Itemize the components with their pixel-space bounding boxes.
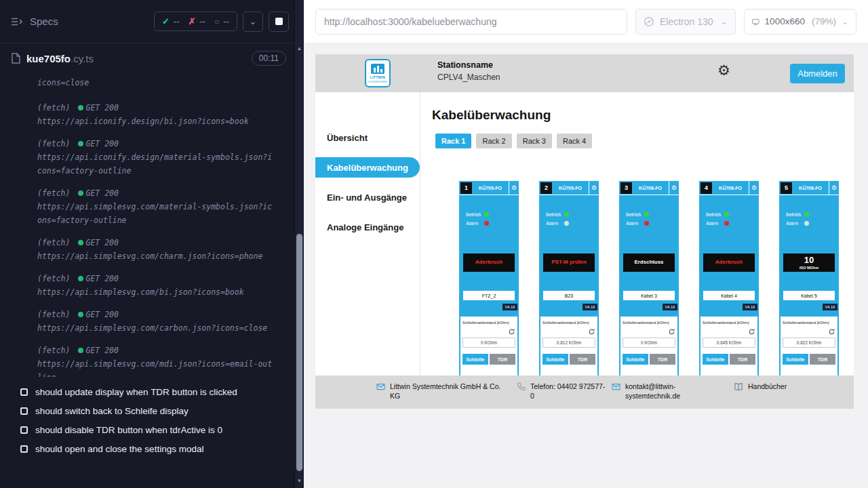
schleife-button[interactable]: Schleife — [542, 354, 568, 365]
footer-manuals[interactable]: Handbücher — [734, 382, 787, 391]
measurement-value: 0.822 KOhm — [783, 338, 835, 348]
stop-tests-button[interactable] — [269, 12, 289, 32]
collapse-sidebar-icon[interactable] — [11, 17, 23, 26]
schleife-button[interactable]: Schleife — [462, 354, 488, 365]
network-log-entry[interactable]: (fetch)GET 200 https://api.simplesvg.com… — [37, 344, 275, 377]
cable-name-field[interactable]: Kabel 4 — [703, 291, 755, 300]
device-card-1: 1 KÜ705-FO ⚙ Betrieb Alarm Aderbruch — [459, 181, 519, 384]
alarm-label: Alarm — [546, 221, 564, 226]
device-cards-row: 1 KÜ705-FO ⚙ Betrieb Alarm Aderbruch — [459, 181, 854, 384]
refresh-icon[interactable] — [588, 328, 595, 336]
device-card-3: 3 KÜ706-FO ⚙ Betrieb Alarm Erdschluss — [619, 181, 679, 384]
sidebar-item-uebersicht[interactable]: Übersicht — [315, 127, 420, 148]
cable-name-field[interactable]: Kabel 3 — [623, 291, 675, 300]
network-log-entry[interactable]: (fetch)GET 200 https://api.iconify.desig… — [37, 101, 275, 128]
littwin-logo: LITTWIN SYSTEMTECHNIK — [365, 59, 391, 87]
refresh-icon[interactable] — [508, 328, 515, 336]
test-item[interactable]: should open and close the settings modal — [0, 439, 294, 458]
reporter-scrollbar[interactable]: ▲ ▼ — [294, 0, 304, 488]
tdr-button[interactable]: TDR — [650, 354, 675, 365]
alarm-led — [804, 221, 809, 226]
schleife-button[interactable]: Schleife — [623, 354, 648, 365]
card-model-label: KÜ705-FO — [472, 186, 509, 190]
refresh-icon[interactable] — [828, 328, 835, 336]
tab-rack-3[interactable]: Rack 3 — [517, 134, 552, 148]
footer-email[interactable]: kontakt@littwin-systemtechnik.de — [612, 382, 734, 401]
betrieb-led — [484, 212, 489, 217]
email-icon — [376, 382, 385, 391]
status-display: PST-M prüfen — [543, 253, 595, 272]
network-log-entry[interactable]: (fetch)GET 200 https://api.simplesvg.com… — [37, 186, 275, 227]
betrieb-label: Betrieb — [786, 212, 804, 217]
network-log-entry[interactable]: (fetch)GET 200 https://api.iconify.desig… — [37, 137, 275, 178]
measurement-value: 0 KOhm — [623, 338, 675, 348]
card-number-badge: 3 — [620, 182, 632, 194]
device-card-5: 5 KÜ706-FO ⚙ Betrieb Alarm 10 — [779, 181, 839, 384]
schleife-button[interactable]: Schleife — [783, 354, 808, 365]
settings-gear-icon[interactable]: ⚙ — [717, 63, 730, 77]
scrollbar-thumb[interactable] — [296, 234, 302, 471]
card-settings-icon[interactable]: ⚙ — [749, 181, 759, 195]
spec-filename[interactable]: kue705fo.cy.ts — [26, 53, 94, 64]
footer-company: Littwin Systemtechnik GmbH & Co. KG — [376, 382, 517, 401]
network-log-entry[interactable]: (fetch)GET 200 https://api.simplesvg.com… — [37, 236, 275, 263]
chevron-down-icon: ⌄ — [721, 17, 728, 26]
sidebar-item-analoge-eingaenge[interactable]: Analoge Eingänge — [315, 217, 420, 237]
sidebar-item-kabelueberwachung[interactable]: Kabelüberwachung — [315, 157, 420, 178]
network-log-entry[interactable]: (fetch)GET 200 https://api.simplesvg.com… — [37, 308, 275, 335]
stop-icon — [275, 18, 283, 25]
collapse-runs-button[interactable]: ⌄ — [243, 12, 263, 32]
chevron-down-icon: ⌄ — [250, 16, 257, 26]
tab-rack-4[interactable]: Rack 4 — [557, 134, 592, 148]
betrieb-label: Betrieb — [466, 212, 484, 217]
email-icon — [612, 382, 620, 391]
success-dot-icon — [78, 348, 83, 353]
refresh-icon[interactable] — [748, 328, 755, 336]
tdr-button[interactable]: TDR — [810, 354, 835, 365]
test-box-icon — [20, 407, 28, 415]
alarm-led — [724, 221, 729, 226]
card-settings-icon[interactable]: ⚙ — [589, 181, 599, 195]
betrieb-led — [564, 212, 569, 217]
cable-name-field[interactable]: FTZ_2 — [463, 291, 515, 300]
status-display: 10 ISO MOhm — [783, 253, 835, 272]
logout-button[interactable]: Abmelden — [790, 64, 845, 83]
card-model-label: KÜ705-FO — [552, 186, 589, 190]
alarm-led — [484, 221, 489, 226]
tab-rack-2[interactable]: Rack 2 — [476, 134, 511, 148]
card-number-badge: 4 — [701, 182, 712, 194]
card-settings-icon[interactable]: ⚙ — [829, 181, 839, 195]
cable-name-field[interactable]: B23 — [543, 291, 595, 300]
browser-select[interactable]: Electron 130 ⌄ — [635, 9, 736, 35]
tdr-button[interactable]: TDR — [730, 354, 755, 365]
scroll-down-icon[interactable]: ▼ — [295, 477, 304, 485]
url-bar[interactable] — [315, 9, 627, 35]
check-icon: ✓ — [162, 16, 170, 26]
tdr-button[interactable]: TDR — [570, 354, 595, 365]
schleife-button[interactable]: Schleife — [703, 354, 728, 365]
network-log-entry[interactable]: (fetch)GET 200 https://api.simplesvg.com… — [37, 272, 275, 299]
device-card-4: 4 KÜ706-FO ⚙ Betrieb Alarm Aderbruch — [699, 181, 759, 384]
viewport-select[interactable]: 1000x660 (79%) ⌄ — [744, 9, 856, 35]
specs-label[interactable]: Specs — [30, 16, 58, 27]
tab-rack-1[interactable]: Rack 1 — [435, 134, 471, 148]
refresh-icon[interactable] — [668, 328, 675, 336]
tdr-button[interactable]: TDR — [490, 354, 515, 365]
footer-phone: Telefon: 04402 972577-0 — [517, 382, 612, 401]
sidebar-item-ein-ausgaenge[interactable]: Ein- und Ausgänge — [315, 187, 420, 207]
page-title: Kabelüberwachung — [432, 108, 854, 123]
test-item[interactable]: should update display when TDR button is… — [0, 382, 294, 401]
scroll-up-icon[interactable]: ▲ — [295, 45, 304, 53]
test-item[interactable]: should disable TDR button when tdrActive… — [0, 420, 294, 439]
station-label: Stationsname — [437, 60, 500, 70]
card-settings-icon[interactable]: ⚙ — [669, 181, 679, 195]
card-settings-icon[interactable]: ⚙ — [509, 181, 519, 195]
cable-name-field[interactable]: Kabel 5 — [783, 291, 835, 300]
firmware-version: V4.19 — [583, 304, 597, 310]
test-item[interactable]: should switch back to Schleife display — [0, 401, 294, 420]
x-icon: ✗ — [189, 16, 196, 26]
success-dot-icon — [78, 240, 83, 245]
firmware-version: V4.19 — [823, 304, 837, 310]
betrieb-led — [724, 212, 729, 217]
app-body: Übersicht Kabelüberwachung Ein- und Ausg… — [315, 92, 854, 409]
